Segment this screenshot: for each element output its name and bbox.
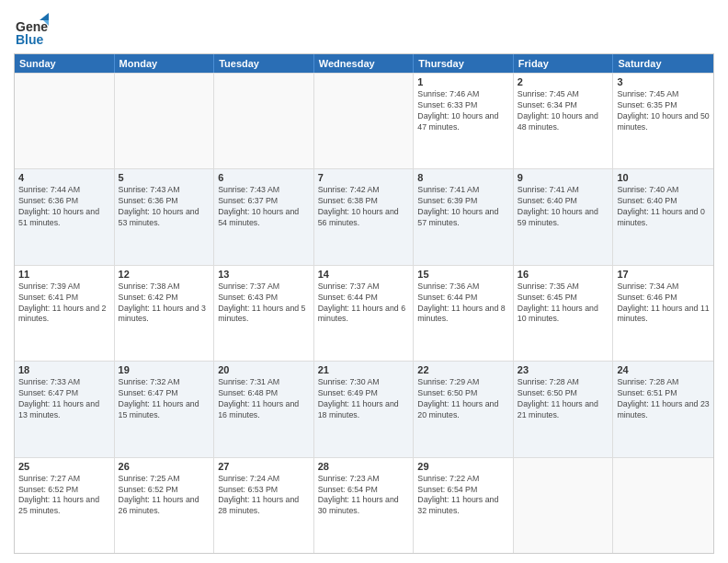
day-info: Sunrise: 7:41 AMSunset: 6:39 PMDaylight:…: [417, 185, 509, 229]
cal-cell: 23Sunrise: 7:28 AMSunset: 6:50 PMDayligh…: [514, 362, 614, 456]
day-info: Sunrise: 7:39 AMSunset: 6:41 PMDaylight:…: [18, 282, 110, 326]
day-info: Sunrise: 7:45 AMSunset: 6:35 PMDaylight:…: [617, 89, 710, 133]
cal-cell: 8Sunrise: 7:41 AMSunset: 6:39 PMDaylight…: [414, 169, 514, 264]
cal-week-2: 4Sunrise: 7:44 AMSunset: 6:36 PMDaylight…: [15, 168, 713, 264]
cal-cell: 9Sunrise: 7:41 AMSunset: 6:40 PMDaylight…: [514, 169, 614, 264]
day-number: 13: [218, 269, 310, 280]
cal-cell: 19Sunrise: 7:32 AMSunset: 6:47 PMDayligh…: [115, 362, 215, 456]
day-info: Sunrise: 7:23 AMSunset: 6:54 PMDaylight:…: [318, 474, 410, 518]
day-number: 26: [119, 461, 210, 472]
day-number: 21: [318, 364, 410, 375]
day-number: 29: [417, 461, 509, 472]
cal-cell: 20Sunrise: 7:31 AMSunset: 6:48 PMDayligh…: [214, 362, 314, 456]
cal-cell: 21Sunrise: 7:30 AMSunset: 6:49 PMDayligh…: [314, 362, 415, 456]
day-number: 3: [617, 76, 710, 87]
cal-cell: [15, 74, 115, 168]
calendar-header: SundayMondayTuesdayWednesdayThursdayFrid…: [15, 54, 713, 73]
day-info: Sunrise: 7:37 AMSunset: 6:43 PMDaylight:…: [218, 282, 310, 326]
logo: General Blue: [14, 13, 49, 48]
cal-week-3: 11Sunrise: 7:39 AMSunset: 6:41 PMDayligh…: [15, 265, 713, 361]
cal-cell: 6Sunrise: 7:43 AMSunset: 6:37 PMDaylight…: [214, 169, 314, 264]
day-number: 28: [318, 461, 410, 472]
cal-header-saturday: Saturday: [613, 54, 713, 73]
cal-cell: 26Sunrise: 7:25 AMSunset: 6:52 PMDayligh…: [115, 458, 215, 553]
day-info: Sunrise: 7:27 AMSunset: 6:52 PMDaylight:…: [18, 474, 110, 518]
cal-cell: [214, 74, 314, 168]
day-number: 18: [18, 364, 110, 375]
day-number: 19: [119, 364, 210, 375]
cal-cell: 5Sunrise: 7:43 AMSunset: 6:36 PMDaylight…: [115, 169, 215, 264]
day-info: Sunrise: 7:30 AMSunset: 6:49 PMDaylight:…: [318, 377, 410, 421]
header: General Blue: [14, 9, 714, 48]
day-info: Sunrise: 7:37 AMSunset: 6:44 PMDaylight:…: [318, 282, 410, 326]
day-number: 11: [18, 269, 110, 280]
cal-cell: 25Sunrise: 7:27 AMSunset: 6:52 PMDayligh…: [15, 458, 115, 553]
day-info: Sunrise: 7:35 AMSunset: 6:45 PMDaylight:…: [518, 282, 609, 326]
cal-cell: 22Sunrise: 7:29 AMSunset: 6:50 PMDayligh…: [414, 362, 514, 456]
cal-header-friday: Friday: [514, 54, 614, 73]
day-info: Sunrise: 7:33 AMSunset: 6:47 PMDaylight:…: [18, 377, 110, 421]
calendar-body: 1Sunrise: 7:46 AMSunset: 6:33 PMDaylight…: [15, 73, 713, 553]
cal-cell: 2Sunrise: 7:45 AMSunset: 6:34 PMDaylight…: [514, 74, 614, 168]
day-number: 4: [18, 172, 110, 183]
day-number: 20: [218, 364, 310, 375]
day-number: 17: [617, 269, 710, 280]
day-number: 9: [518, 172, 609, 183]
cal-cell: [314, 74, 415, 168]
day-info: Sunrise: 7:31 AMSunset: 6:48 PMDaylight:…: [218, 377, 310, 421]
cal-cell: 16Sunrise: 7:35 AMSunset: 6:45 PMDayligh…: [514, 266, 614, 361]
day-info: Sunrise: 7:28 AMSunset: 6:51 PMDaylight:…: [617, 377, 710, 421]
cal-cell: 28Sunrise: 7:23 AMSunset: 6:54 PMDayligh…: [314, 458, 415, 553]
cal-header-thursday: Thursday: [414, 54, 514, 73]
day-info: Sunrise: 7:43 AMSunset: 6:37 PMDaylight:…: [218, 185, 310, 229]
cal-cell: [514, 458, 614, 553]
day-number: 14: [318, 269, 410, 280]
day-number: 7: [318, 172, 410, 183]
day-info: Sunrise: 7:24 AMSunset: 6:53 PMDaylight:…: [218, 474, 310, 518]
cal-week-4: 18Sunrise: 7:33 AMSunset: 6:47 PMDayligh…: [15, 361, 713, 456]
cal-cell: 3Sunrise: 7:45 AMSunset: 6:35 PMDaylight…: [613, 74, 713, 168]
day-number: 15: [417, 269, 509, 280]
cal-header-monday: Monday: [115, 54, 215, 73]
cal-cell: 7Sunrise: 7:42 AMSunset: 6:38 PMDaylight…: [314, 169, 415, 264]
day-info: Sunrise: 7:44 AMSunset: 6:36 PMDaylight:…: [18, 185, 110, 229]
day-info: Sunrise: 7:45 AMSunset: 6:34 PMDaylight:…: [518, 89, 609, 133]
day-info: Sunrise: 7:42 AMSunset: 6:38 PMDaylight:…: [318, 185, 410, 229]
cal-week-5: 25Sunrise: 7:27 AMSunset: 6:52 PMDayligh…: [15, 457, 713, 553]
cal-cell: 1Sunrise: 7:46 AMSunset: 6:33 PMDaylight…: [414, 74, 514, 168]
cal-header-wednesday: Wednesday: [314, 54, 415, 73]
day-number: 16: [518, 269, 609, 280]
day-number: 5: [119, 172, 210, 183]
day-number: 23: [518, 364, 609, 375]
cal-header-sunday: Sunday: [15, 54, 115, 73]
calendar: SundayMondayTuesdayWednesdayThursdayFrid…: [14, 53, 714, 554]
day-number: 12: [119, 269, 210, 280]
cal-header-tuesday: Tuesday: [214, 54, 314, 73]
cal-week-1: 1Sunrise: 7:46 AMSunset: 6:33 PMDaylight…: [15, 73, 713, 168]
day-info: Sunrise: 7:25 AMSunset: 6:52 PMDaylight:…: [119, 474, 210, 518]
page: General Blue SundayMondayTuesdayWednesda…: [0, 0, 728, 563]
day-number: 27: [218, 461, 310, 472]
day-info: Sunrise: 7:22 AMSunset: 6:54 PMDaylight:…: [417, 474, 509, 518]
cal-cell: [115, 74, 215, 168]
cal-cell: 27Sunrise: 7:24 AMSunset: 6:53 PMDayligh…: [214, 458, 314, 553]
day-number: 24: [617, 364, 710, 375]
cal-cell: 14Sunrise: 7:37 AMSunset: 6:44 PMDayligh…: [314, 266, 415, 361]
day-info: Sunrise: 7:36 AMSunset: 6:44 PMDaylight:…: [417, 282, 509, 326]
svg-text:Blue: Blue: [16, 32, 44, 47]
logo-icon: General Blue: [14, 13, 49, 48]
day-info: Sunrise: 7:28 AMSunset: 6:50 PMDaylight:…: [518, 377, 609, 421]
day-number: 6: [218, 172, 310, 183]
day-number: 25: [18, 461, 110, 472]
day-info: Sunrise: 7:41 AMSunset: 6:40 PMDaylight:…: [518, 185, 609, 229]
day-number: 1: [417, 76, 509, 87]
cal-cell: 11Sunrise: 7:39 AMSunset: 6:41 PMDayligh…: [15, 266, 115, 361]
cal-cell: 24Sunrise: 7:28 AMSunset: 6:51 PMDayligh…: [613, 362, 713, 456]
cal-cell: 18Sunrise: 7:33 AMSunset: 6:47 PMDayligh…: [15, 362, 115, 456]
cal-cell: 13Sunrise: 7:37 AMSunset: 6:43 PMDayligh…: [214, 266, 314, 361]
day-info: Sunrise: 7:32 AMSunset: 6:47 PMDaylight:…: [119, 377, 210, 421]
day-number: 8: [417, 172, 509, 183]
cal-cell: 15Sunrise: 7:36 AMSunset: 6:44 PMDayligh…: [414, 266, 514, 361]
day-info: Sunrise: 7:46 AMSunset: 6:33 PMDaylight:…: [417, 89, 509, 133]
day-info: Sunrise: 7:29 AMSunset: 6:50 PMDaylight:…: [417, 377, 509, 421]
